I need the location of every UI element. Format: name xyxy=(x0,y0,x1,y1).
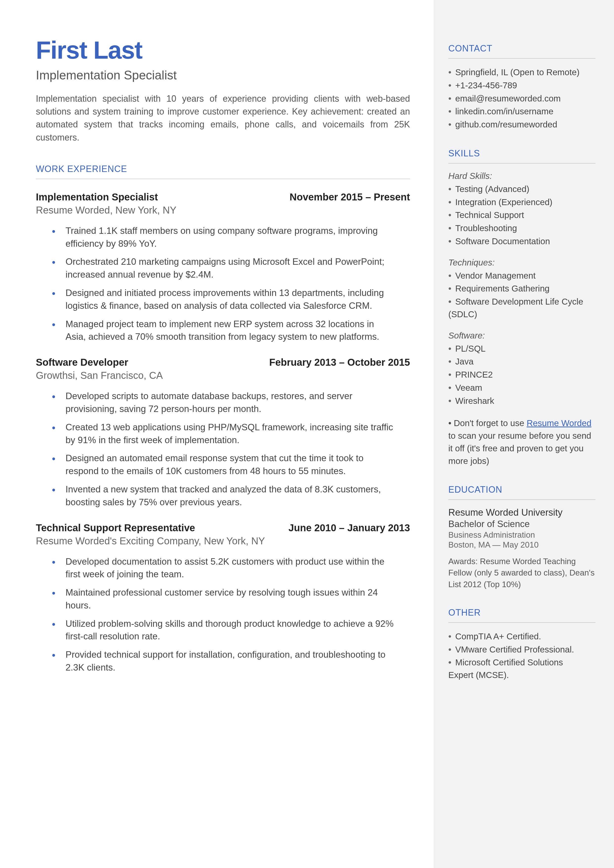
contact-block: CONTACT Springfield, IL (Open to Remote)… xyxy=(448,43,595,131)
bullet-item: Orchestrated 210 marketing campaigns usi… xyxy=(65,255,410,281)
list-item: Wireshark xyxy=(448,394,595,407)
note-post: to scan your resume before you send it o… xyxy=(448,431,591,466)
list-item: PL/SQL xyxy=(448,342,595,355)
bullet-item: Trained 1.1K staff members on using comp… xyxy=(65,224,410,250)
skills-block: SKILLS Hard Skills: Testing (Advanced)In… xyxy=(448,148,595,467)
list-item: Software Documentation xyxy=(448,235,595,248)
list-item: Java xyxy=(448,355,595,368)
job-bullets: Developed scripts to automate database b… xyxy=(36,390,410,508)
bullet-item: Managed project team to implement new ER… xyxy=(65,318,410,343)
list-item: Springfield, IL (Open to Remote) xyxy=(448,66,595,79)
bullet-item: Designed an automated email response sys… xyxy=(65,452,410,478)
other-block: OTHER CompTIA A+ Certified.VMware Certif… xyxy=(448,607,595,682)
other-heading: OTHER xyxy=(448,607,595,618)
bullet-item: Provided technical support for installat… xyxy=(65,648,410,674)
bullet-item: Developed scripts to automate database b… xyxy=(65,390,410,415)
note-pre: Don't forget to use xyxy=(454,418,527,428)
bullet-item: Maintained professional customer service… xyxy=(65,586,410,612)
hard-skills-list: Testing (Advanced)Integration (Experienc… xyxy=(448,183,595,248)
edu-field: Business Administration xyxy=(448,530,595,540)
list-item: Troubleshooting xyxy=(448,222,595,234)
list-item: Vendor Management xyxy=(448,269,595,282)
list-item: •Software Development Life Cycle(SDLC) xyxy=(448,295,595,321)
candidate-name: First Last xyxy=(36,36,410,64)
bullet-item: Designed and initiated process improveme… xyxy=(65,287,410,312)
job-bullets: Trained 1.1K staff members on using comp… xyxy=(36,224,410,343)
job-company: Resume Worded, New York, NY xyxy=(36,205,410,216)
education-heading: EDUCATION xyxy=(448,484,595,495)
divider xyxy=(448,163,595,163)
divider xyxy=(36,179,410,179)
bullet-item: Utilized problem-solving skills and thor… xyxy=(65,617,410,643)
list-item: github.com/resumeworded xyxy=(448,118,595,131)
job-dates: June 2010 – January 2013 xyxy=(288,522,410,533)
bullet-item: Created 13 web applications using PHP/My… xyxy=(65,421,410,447)
list-item: Veeam xyxy=(448,382,595,394)
job-bullets: Developed documentation to assist 5.2K c… xyxy=(36,555,410,674)
list-item: Technical Support xyxy=(448,209,595,222)
software-list: PL/SQLJavaPRINCE2VeeamWireshark xyxy=(448,342,595,407)
summary-text: Implementation specialist with 10 years … xyxy=(36,92,410,144)
job-company: Growthsi, San Francisco, CA xyxy=(36,370,410,381)
job-role: Technical Support Representative xyxy=(36,522,195,533)
resume-worded-link[interactable]: Resume Worded xyxy=(527,418,591,428)
skills-heading: SKILLS xyxy=(448,148,595,158)
techniques-label: Techniques: xyxy=(448,258,595,267)
techniques-list: Vendor ManagementRequirements Gathering•… xyxy=(448,269,595,321)
divider xyxy=(448,622,595,623)
contact-heading: CONTACT xyxy=(448,43,595,54)
list-item: •Microsoft Certified SolutionsExpert (MC… xyxy=(448,656,595,682)
edu-school: Resume Worded University xyxy=(448,507,595,518)
other-list: CompTIA A+ Certified.VMware Certified Pr… xyxy=(448,630,595,682)
job-company: Resume Worded's Exciting Company, New Yo… xyxy=(36,536,410,547)
job-entry: Technical Support RepresentativeJune 201… xyxy=(36,522,410,674)
list-item: +1-234-456-789 xyxy=(448,79,595,92)
list-item: PRINCE2 xyxy=(448,368,595,381)
list-item: CompTIA A+ Certified. xyxy=(448,630,595,643)
divider xyxy=(448,58,595,59)
job-entry: Implementation SpecialistNovember 2015 –… xyxy=(36,191,410,343)
edu-awards: Awards: Resume Worded Teaching Fellow (o… xyxy=(448,556,595,590)
main-column: First Last Implementation Specialist Imp… xyxy=(0,0,434,868)
list-item: email@resumeworded.com xyxy=(448,92,595,105)
skills-note: • Don't forget to use Resume Worded to s… xyxy=(448,417,595,467)
job-role: Software Developer xyxy=(36,357,128,368)
resume-page: First Last Implementation Specialist Imp… xyxy=(0,0,614,868)
list-item: VMware Certified Professional. xyxy=(448,643,595,656)
work-experience-heading: WORK EXPERIENCE xyxy=(36,164,410,174)
list-item: Testing (Advanced) xyxy=(448,183,595,196)
candidate-title: Implementation Specialist xyxy=(36,68,410,82)
education-block: EDUCATION Resume Worded University Bache… xyxy=(448,484,595,590)
bullet-item: Invented a new system that tracked and a… xyxy=(65,483,410,509)
job-dates: November 2015 – Present xyxy=(290,191,410,203)
jobs-container: Implementation SpecialistNovember 2015 –… xyxy=(36,191,410,674)
edu-degree: Bachelor of Science xyxy=(448,519,595,529)
edu-location: Boston, MA — May 2010 xyxy=(448,540,595,550)
list-item: Integration (Experienced) xyxy=(448,196,595,209)
software-label: Software: xyxy=(448,331,595,340)
sidebar-column: CONTACT Springfield, IL (Open to Remote)… xyxy=(434,0,614,868)
job-role: Implementation Specialist xyxy=(36,191,158,203)
job-entry: Software DeveloperFebruary 2013 – Octobe… xyxy=(36,357,410,508)
list-item: Requirements Gathering xyxy=(448,282,595,295)
divider xyxy=(448,499,595,500)
bullet-item: Developed documentation to assist 5.2K c… xyxy=(65,555,410,581)
list-item: linkedin.com/in/username xyxy=(448,105,595,118)
hard-skills-label: Hard Skills: xyxy=(448,171,595,181)
job-dates: February 2013 – October 2015 xyxy=(269,357,410,368)
contact-list: Springfield, IL (Open to Remote)+1-234-4… xyxy=(448,66,595,131)
